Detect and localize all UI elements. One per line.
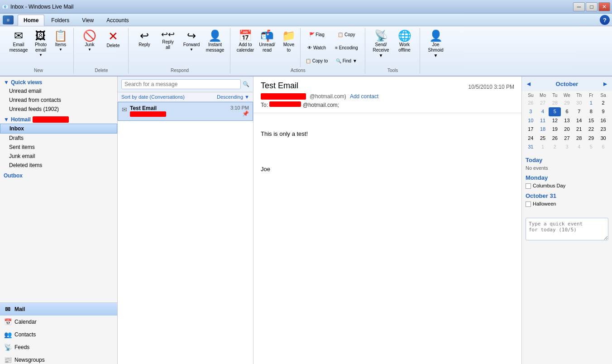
cal-day[interactable]: 27 [537, 99, 549, 107]
nav-calendar[interactable]: 📅 Calendar [0, 316, 117, 328]
cal-day[interactable]: 7 [573, 107, 585, 116]
add-contact-link[interactable]: Add contact [350, 93, 378, 100]
unread-read-button[interactable]: 📬 Unread/read [257, 28, 277, 55]
cal-day[interactable]: 24 [525, 134, 537, 143]
cal-day[interactable]: 5 [585, 143, 598, 151]
copy-to-button[interactable]: 📋 Copy to [302, 54, 331, 67]
cal-day[interactable]: 30 [573, 99, 585, 107]
forward-button[interactable]: ↪ Forward ▼ [180, 28, 203, 55]
add-to-calendar-button[interactable]: 📅 Add tocalendar [235, 28, 256, 55]
title-bar-text: Inbox - Windows Live Mail [9, 4, 573, 10]
cal-day[interactable]: 22 [585, 125, 598, 134]
sidebar-item-unread-email[interactable]: Unread email [0, 86, 117, 96]
email-scroll-area[interactable]: This is only a test! Joe [253, 113, 521, 364]
cal-day[interactable]: 26 [549, 134, 561, 143]
sidebar-item-junk[interactable]: Junk email [0, 152, 117, 161]
sidebar-item-deleted[interactable]: Deleted items [0, 161, 117, 170]
cal-day[interactable]: 6 [561, 107, 573, 116]
close-button[interactable]: ✕ [598, 2, 610, 11]
cal-day[interactable]: 8 [585, 107, 598, 116]
cal-day[interactable]: 23 [597, 125, 609, 134]
email-message-button[interactable]: ✉ Emailmessage [7, 28, 30, 55]
nav-mail[interactable]: ✉ Mail [0, 303, 117, 316]
flag-button[interactable]: 🚩 Flag [302, 28, 331, 41]
cal-day[interactable]: 18 [537, 125, 549, 134]
app-menu-button[interactable]: ≡ [3, 15, 14, 24]
cal-day[interactable]: 16 [597, 116, 609, 125]
help-button[interactable]: ? [600, 15, 610, 25]
find-button[interactable]: 🔍 Find ▼ [332, 54, 361, 67]
nav-contacts[interactable]: 👥 Contacts [0, 328, 117, 341]
items-button[interactable]: 📋 Items ▼ [52, 28, 70, 55]
cal-day-today[interactable]: 5 [549, 107, 561, 116]
copy-button[interactable]: 📋 Copy [332, 28, 361, 41]
cal-day[interactable]: 4 [537, 107, 549, 116]
cal-day[interactable]: 13 [561, 116, 573, 125]
tab-accounts[interactable]: Accounts [100, 14, 134, 26]
delete-button[interactable]: ✕ Delete [102, 28, 124, 55]
tab-home[interactable]: Home [18, 14, 44, 26]
cal-day[interactable]: 9 [597, 107, 609, 116]
cal-day[interactable]: 21 [573, 125, 585, 134]
move-to-button[interactable]: 📁 Moveto [278, 28, 299, 55]
tab-view[interactable]: View [76, 14, 100, 26]
tab-folders[interactable]: Folders [45, 14, 75, 26]
sidebar-item-unread-feeds[interactable]: Unread feeds (1902) [0, 105, 117, 114]
cal-day[interactable]: 28 [573, 134, 585, 143]
cal-day[interactable]: 11 [537, 116, 549, 125]
nav-feeds[interactable]: 📡 Feeds [0, 341, 117, 354]
cal-day[interactable]: 29 [585, 134, 598, 143]
cal-day[interactable]: 12 [549, 116, 561, 125]
maximize-button[interactable]: □ [586, 2, 598, 11]
cal-day[interactable]: 27 [561, 134, 573, 143]
cal-day[interactable]: 1 [537, 143, 549, 151]
outbox-header[interactable]: Outbox [0, 170, 117, 180]
cal-day[interactable]: 19 [549, 125, 561, 134]
sidebar-item-unread-contacts[interactable]: Unread from contacts [0, 96, 117, 105]
reply-all-button[interactable]: ↩↩ Replyall [157, 28, 179, 55]
junk-button[interactable]: 🚫 Junk ▼ [78, 28, 101, 55]
send-receive-button[interactable]: 📡 Send/Receive ▼ [370, 28, 392, 61]
cal-day[interactable]: 31 [525, 143, 537, 151]
hotmail-section-header[interactable]: ▼ Hotmail [0, 114, 117, 124]
minimize-button[interactable]: ─ [573, 2, 585, 11]
cal-day[interactable]: 1 [585, 99, 598, 107]
sidebar-item-sent[interactable]: Sent items [0, 143, 117, 152]
search-input[interactable] [121, 79, 241, 89]
cal-day[interactable]: 3 [525, 107, 537, 116]
work-offline-button[interactable]: 🌐 Workoffline [393, 28, 416, 55]
sidebar-item-drafts[interactable]: Drafts [0, 134, 117, 143]
cal-day[interactable]: 6 [597, 143, 609, 151]
cal-day[interactable]: 28 [549, 99, 561, 107]
columbus-day-checkbox[interactable] [526, 183, 531, 189]
cal-day[interactable]: 25 [537, 134, 549, 143]
cal-day[interactable]: 20 [561, 125, 573, 134]
sidebar-item-inbox[interactable]: Inbox [0, 124, 117, 134]
quick-event-input[interactable] [526, 218, 608, 240]
cal-day[interactable]: 15 [585, 116, 598, 125]
cal-day[interactable]: 26 [525, 99, 537, 107]
cal-day[interactable]: 3 [561, 143, 573, 151]
nav-newsgroups[interactable]: 📰 Newsgroups [0, 354, 117, 364]
calendar-next-button[interactable]: ► [602, 80, 608, 87]
sort-order[interactable]: Descending ▼ [217, 94, 249, 100]
encoding-button[interactable]: ≡ Encoding [332, 41, 361, 54]
cal-day[interactable]: 14 [573, 116, 585, 125]
cal-day[interactable]: 2 [549, 143, 561, 151]
photo-email-button[interactable]: 🖼 Photoemail ▼ [31, 28, 51, 60]
cal-day[interactable]: 29 [561, 99, 573, 107]
sort-button[interactable]: Sort by date (Conversations) [121, 94, 185, 100]
reply-button[interactable]: ↩ Reply [133, 28, 156, 55]
cal-day[interactable]: 30 [597, 134, 609, 143]
cal-day[interactable]: 17 [525, 125, 537, 134]
halloween-checkbox[interactable] [526, 201, 531, 207]
message-item-test-email[interactable]: ✉ Test Email 3:10 PM 📌 [118, 102, 253, 121]
quick-views-header[interactable]: ▼ Quick views [0, 77, 117, 86]
joe-shmoid-button[interactable]: 👤 JoeShmoid ▼ [425, 28, 447, 61]
cal-day[interactable]: 4 [573, 143, 585, 151]
cal-day[interactable]: 10 [525, 116, 537, 125]
cal-day[interactable]: 2 [597, 99, 609, 107]
watch-button[interactable]: 👁 Watch [302, 41, 331, 54]
instant-message-button[interactable]: 👤 Instantmessage [204, 28, 226, 55]
calendar-prev-button[interactable]: ◄ [526, 80, 532, 87]
